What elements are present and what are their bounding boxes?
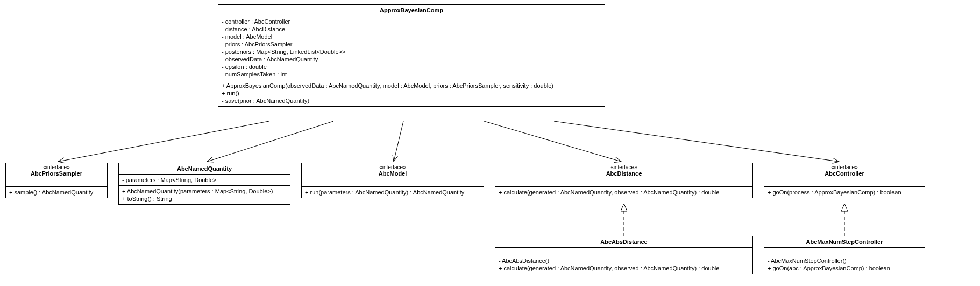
class-name: ApproxBayesianComp (218, 5, 605, 16)
op: - AbcAbsDistance() (499, 257, 749, 264)
attributes (495, 179, 752, 187)
class-name: AbcAbsDistance (495, 236, 752, 248)
edge-assoc-distance (484, 121, 621, 162)
class-name: AbcPriorsSampler (6, 170, 107, 179)
attr: - posteriors : Map<String, LinkedList<Do… (222, 48, 601, 55)
class-AbcAbsDistance: AbcAbsDistance - AbcAbsDistance() + calc… (495, 236, 753, 274)
attr: - numSamplesTaken : int (222, 71, 601, 78)
attributes: - parameters : Map<String, Double> (119, 175, 290, 186)
header: «interface» AbcController (764, 163, 925, 179)
edge-assoc-model (394, 121, 403, 162)
operations: + AbcNamedQuantity(parameters : Map<Stri… (119, 186, 290, 204)
class-AbcModel: «interface» AbcModel + run(parameters : … (301, 163, 484, 198)
op: - save(prior : AbcNamedQuantity) (222, 97, 601, 104)
header: «interface» AbcPriorsSampler (6, 163, 107, 179)
attr: - parameters : Map<String, Double> (122, 176, 287, 184)
class-name: AbcNamedQuantity (119, 163, 290, 175)
attr: - observedData : AbcNamedQuantity (222, 55, 601, 63)
attributes (764, 248, 925, 255)
op: + run(parameters : AbcNamedQuantity) : A… (305, 189, 480, 196)
stereotype: «interface» (302, 163, 484, 170)
uml-canvas: ApproxBayesianComp - controller : AbcCon… (0, 0, 980, 286)
operations: + goOn(process : ApproxBayesianComp) : b… (764, 187, 925, 198)
attributes (6, 179, 107, 187)
class-name: AbcDistance (495, 170, 752, 179)
attr: - model : AbcModel (222, 33, 601, 40)
edge-assoc-named (207, 121, 333, 162)
class-AbcController: «interface» AbcController + goOn(process… (764, 163, 925, 198)
edge-assoc-controller (554, 121, 839, 162)
op: + run() (222, 89, 601, 97)
stereotype: «interface» (495, 163, 752, 170)
stereotype: «interface» (764, 163, 925, 170)
operations: - AbcAbsDistance() + calculate(generated… (495, 255, 752, 274)
header: «interface» AbcModel (302, 163, 484, 179)
class-name: AbcMaxNumStepController (764, 236, 925, 248)
op: + calculate(generated : AbcNamedQuantity… (499, 264, 749, 272)
op: - AbcMaxNumStepController() (768, 257, 921, 264)
attr: - distance : AbcDistance (222, 25, 601, 33)
operations: + sample() : AbcNamedQuantity (6, 187, 107, 198)
class-AbcNamedQuantity: AbcNamedQuantity - parameters : Map<Stri… (118, 163, 290, 205)
op: + goOn(abc : ApproxBayesianComp) : boole… (768, 264, 921, 272)
header: «interface» AbcDistance (495, 163, 752, 179)
operations: + ApproxBayesianComp(observedData : AbcN… (218, 80, 605, 106)
class-AbcDistance: «interface» AbcDistance + calculate(gene… (495, 163, 753, 198)
attributes: - controller : AbcController - distance … (218, 16, 605, 80)
op: + ApproxBayesianComp(observedData : AbcN… (222, 82, 601, 89)
op: + calculate(generated : AbcNamedQuantity… (499, 189, 749, 196)
attributes (764, 179, 925, 187)
class-ApproxBayesianComp: ApproxBayesianComp - controller : AbcCon… (218, 4, 605, 107)
attributes (495, 248, 752, 255)
op: + toString() : String (122, 195, 287, 203)
class-name: AbcModel (302, 170, 484, 179)
attr: - controller : AbcController (222, 18, 601, 25)
op: + AbcNamedQuantity(parameters : Map<Stri… (122, 187, 287, 195)
attributes (302, 179, 484, 187)
stereotype: «interface» (6, 163, 107, 170)
op: + sample() : AbcNamedQuantity (9, 189, 104, 196)
class-name: AbcController (764, 170, 925, 179)
edge-assoc-priors (58, 121, 269, 162)
class-AbcMaxNumStepController: AbcMaxNumStepController - AbcMaxNumStepC… (764, 236, 925, 274)
attr: - priors : AbcPriorsSampler (222, 40, 601, 48)
operations: + run(parameters : AbcNamedQuantity) : A… (302, 187, 484, 198)
operations: + calculate(generated : AbcNamedQuantity… (495, 187, 752, 198)
operations: - AbcMaxNumStepController() + goOn(abc :… (764, 255, 925, 274)
op: + goOn(process : ApproxBayesianComp) : b… (768, 189, 921, 196)
class-AbcPriorsSampler: «interface» AbcPriorsSampler + sample() … (5, 163, 108, 198)
attr: - epsilon : double (222, 63, 601, 71)
